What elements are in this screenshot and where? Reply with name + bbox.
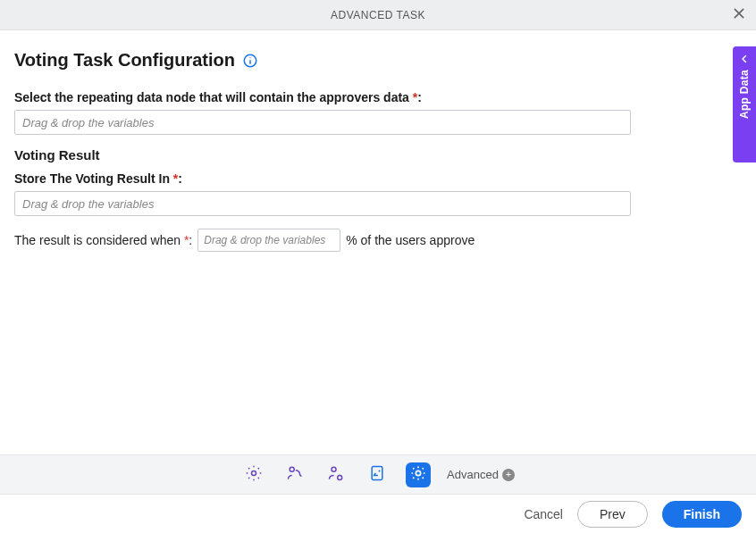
threshold-prefix: The result is considered when *:	[14, 233, 192, 247]
svg-point-6	[290, 467, 294, 471]
user-route-icon	[286, 464, 304, 485]
advanced-toggle[interactable]: Advanced +	[447, 468, 515, 481]
svg-rect-9	[372, 467, 382, 480]
step-voting-config[interactable]	[406, 462, 431, 487]
approvers-label: Select the repeating data node that will…	[14, 90, 422, 104]
threshold-suffix: % of the users approve	[346, 233, 475, 247]
store-result-label: Store The Voting Result In *:	[14, 171, 182, 186]
page-title: Voting Task Configuration	[14, 50, 235, 71]
svg-point-5	[252, 471, 256, 476]
svg-point-11	[416, 471, 420, 475]
step-assignees[interactable]	[282, 462, 307, 487]
step-form[interactable]	[365, 462, 390, 487]
gear-filled-icon	[409, 464, 427, 485]
svg-point-7	[332, 467, 336, 471]
threshold-input[interactable]	[197, 229, 340, 252]
plus-icon: +	[502, 469, 515, 481]
close-button[interactable]	[729, 5, 749, 25]
step-permissions[interactable]	[323, 462, 349, 487]
store-result-input[interactable]	[14, 191, 631, 216]
svg-point-8	[338, 476, 342, 480]
cancel-button[interactable]: Cancel	[524, 507, 563, 521]
stepper-bar: Advanced +	[0, 454, 756, 494]
dialog-content: Voting Task Configuration Select the rep…	[0, 30, 756, 454]
dialog-title: ADVANCED TASK	[331, 9, 425, 21]
approvers-drop-input[interactable]	[14, 110, 631, 135]
info-icon[interactable]	[242, 53, 258, 69]
user-lock-icon	[327, 464, 345, 485]
svg-point-10	[379, 471, 381, 472]
close-icon	[732, 6, 746, 23]
voting-result-heading: Voting Result	[14, 147, 742, 162]
chevron-left-icon	[739, 54, 750, 64]
gear-icon	[245, 464, 263, 485]
advanced-label: Advanced	[447, 468, 499, 481]
app-data-panel-toggle[interactable]: App Data	[733, 46, 756, 162]
dialog-header: ADVANCED TASK	[0, 0, 756, 30]
form-icon	[368, 464, 386, 485]
dialog-footer: Cancel Prev Finish	[0, 494, 756, 533]
app-data-label: App Data	[738, 70, 751, 119]
step-settings[interactable]	[241, 462, 266, 487]
svg-point-4	[249, 57, 250, 58]
prev-button[interactable]: Prev	[577, 501, 648, 528]
finish-button[interactable]: Finish	[662, 501, 742, 528]
